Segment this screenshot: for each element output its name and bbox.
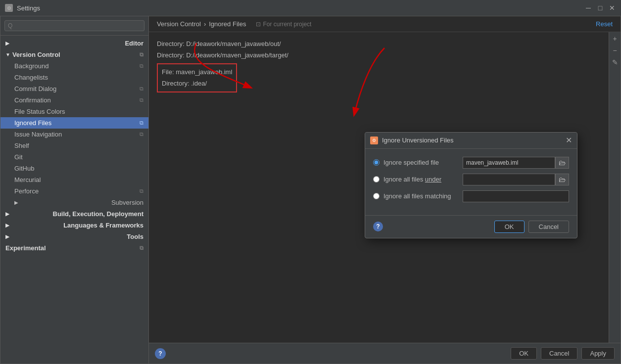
window-title: Settings — [17, 4, 584, 12]
search-input[interactable] — [4, 20, 144, 31]
for-project-label: For current project — [263, 21, 311, 28]
window-controls: ─ □ ✕ — [584, 4, 616, 12]
bottom-right: OK Cancel Apply — [511, 347, 615, 360]
sidebar-item-label: Version Control — [12, 51, 60, 58]
ok-button[interactable]: OK — [511, 347, 537, 360]
breadcrumb: Version Control › Ignored Files — [157, 20, 246, 28]
sidebar-item-label: Perforce — [14, 187, 39, 195]
sidebar-item-confirmation[interactable]: Confirmation ⧉ — [0, 94, 148, 106]
list-item: Directory: .idea/ — [162, 78, 232, 89]
project-icon: ⊡ — [256, 21, 261, 28]
copy-icon: ⧉ — [140, 86, 143, 92]
dialog-title: Ignore Unversioned Files — [382, 136, 566, 144]
radio1-input[interactable] — [463, 157, 555, 169]
sidebar-section: ▶ Editor ▼ Version Control ⧉ Background … — [0, 36, 148, 256]
minimize-button[interactable]: ─ — [584, 4, 592, 12]
copy-icon: ⧉ — [140, 97, 143, 103]
sidebar-item-subversion[interactable]: ▶ Subversion — [0, 197, 148, 208]
sidebar-item-label: Git — [14, 153, 23, 161]
ignore-dialog: ⚙ Ignore Unversioned Files ✕ Ignore spec… — [365, 132, 577, 238]
radio-all-files-matching[interactable] — [373, 193, 380, 199]
sidebar: ▶ Editor ▼ Version Control ⧉ Background … — [0, 16, 149, 364]
right-toolbar: + − ✎ — [609, 32, 621, 343]
list-item: File: maven_javaweb.iml — [162, 66, 232, 78]
dialog-cancel-button[interactable]: Cancel — [528, 221, 569, 233]
edit-button[interactable]: ✎ — [611, 58, 620, 67]
sidebar-item-commit-dialog[interactable]: Commit Dialog ⧉ — [0, 83, 148, 94]
highlighted-box: File: maven_javaweb.iml Directory: .idea… — [157, 63, 237, 92]
sidebar-item-tools[interactable]: ▶ Tools — [0, 231, 148, 242]
bottom-bar: ? OK Cancel Apply — [149, 343, 621, 364]
sidebar-item-perforce[interactable]: Perforce ⧉ — [0, 185, 148, 197]
add-button[interactable]: + — [611, 34, 620, 43]
sidebar-item-ignored-files[interactable]: Ignored Files ⧉ — [0, 117, 148, 129]
sidebar-item-label: Ignored Files — [14, 119, 51, 127]
copy-icon: ⧉ — [140, 131, 143, 137]
copy-icon: ⧉ — [140, 63, 143, 69]
main-header: Version Control › Ignored Files ⊡ For cu… — [149, 16, 621, 32]
cancel-button[interactable]: Cancel — [541, 347, 577, 360]
radio3-input[interactable] — [463, 190, 569, 202]
radio2-input[interactable] — [463, 174, 555, 185]
sidebar-item-languages[interactable]: ▶ Languages & Frameworks — [0, 220, 148, 231]
radio-row-2: Ignore all files under 🗁 — [373, 174, 569, 185]
radio-label-3: Ignore all files matching — [383, 192, 463, 200]
sidebar-item-label: Confirmation — [14, 96, 51, 104]
sidebar-item-shelf[interactable]: Shelf — [0, 140, 148, 151]
sidebar-item-label: Issue Navigation — [14, 131, 62, 138]
search-box — [0, 16, 148, 36]
bottom-left: ? — [155, 348, 166, 359]
sidebar-item-issue-navigation[interactable]: Issue Navigation ⧉ — [0, 129, 148, 140]
copy-icon: ⧉ — [140, 188, 143, 194]
dialog-title-bar: ⚙ Ignore Unversioned Files ✕ — [365, 133, 577, 149]
main-panel: Version Control › Ignored Files ⊡ For cu… — [149, 16, 621, 364]
sidebar-item-label: Experimental — [5, 244, 46, 252]
reset-button[interactable]: Reset — [596, 20, 613, 28]
expand-icon: ▶ — [5, 211, 9, 217]
dialog-help-button[interactable]: ? — [373, 222, 383, 231]
radio-label-1: Ignore specified file — [383, 159, 463, 166]
sidebar-item-git[interactable]: Git — [0, 151, 148, 163]
browse-button-2[interactable]: 🗁 — [555, 174, 569, 185]
expand-icon: ▶ — [5, 234, 9, 239]
sidebar-item-experimental[interactable]: Experimental ⧉ — [0, 242, 148, 254]
sidebar-item-github[interactable]: GitHub — [0, 163, 148, 174]
sidebar-item-mercurial[interactable]: Mercurial — [0, 174, 148, 185]
radio-row-3: Ignore all files matching — [373, 190, 569, 202]
help-button[interactable]: ? — [155, 348, 166, 359]
dialog-app-icon: ⚙ — [370, 136, 378, 144]
radio-row-1: Ignore specified file 🗁 — [373, 157, 569, 169]
radio-all-files-under[interactable] — [373, 176, 380, 182]
app-icon: ⚙ — [5, 4, 13, 12]
browse-button-1[interactable]: 🗁 — [555, 157, 569, 169]
dialog-footer: ? OK Cancel — [365, 215, 577, 238]
main-content: Directory: D:/ideawork/maven_javaweb/out… — [149, 32, 609, 343]
sidebar-item-label: Editor — [125, 40, 143, 47]
sidebar-item-file-status-colors[interactable]: File Status Colors — [0, 106, 148, 117]
expand-icon: ▶ — [14, 200, 18, 205]
sidebar-item-background[interactable]: Background ⧉ — [0, 60, 148, 72]
sidebar-item-version-control[interactable]: ▼ Version Control ⧉ — [0, 49, 148, 60]
dialog-close-button[interactable]: ✕ — [566, 136, 572, 144]
dialog-ok-button[interactable]: OK — [494, 221, 525, 233]
sidebar-item-label: Subversion — [111, 199, 143, 206]
copy-icon: ⧉ — [140, 51, 143, 58]
sidebar-item-changelists[interactable]: Changelists — [0, 72, 148, 83]
expand-icon: ▶ — [5, 223, 9, 228]
close-button[interactable]: ✕ — [608, 4, 616, 12]
sidebar-item-label: Languages & Frameworks — [63, 222, 143, 229]
maximize-button[interactable]: □ — [596, 4, 604, 12]
apply-button[interactable]: Apply — [581, 347, 615, 360]
settings-window: ▶ Editor ▼ Version Control ⧉ Background … — [0, 16, 621, 364]
copy-icon: ⧉ — [140, 120, 143, 126]
list-item: Directory: D:/ideawork/maven_javaweb/tar… — [157, 49, 601, 61]
remove-button[interactable]: − — [611, 46, 620, 55]
content-area: ▶ Editor ▼ Version Control ⧉ Background … — [0, 16, 621, 364]
sidebar-item-build[interactable]: ▶ Build, Execution, Deployment — [0, 208, 148, 220]
list-item: Directory: D:/ideawork/maven_javaweb/out… — [157, 38, 601, 49]
content-with-tools: Directory: D:/ideawork/maven_javaweb/out… — [149, 32, 621, 343]
sidebar-item-label: GitHub — [14, 165, 34, 172]
radio-specified-file[interactable] — [373, 159, 380, 166]
sidebar-item-editor[interactable]: ▶ Editor — [0, 38, 148, 49]
title-bar: ⚙ Settings ─ □ ✕ — [0, 0, 621, 16]
